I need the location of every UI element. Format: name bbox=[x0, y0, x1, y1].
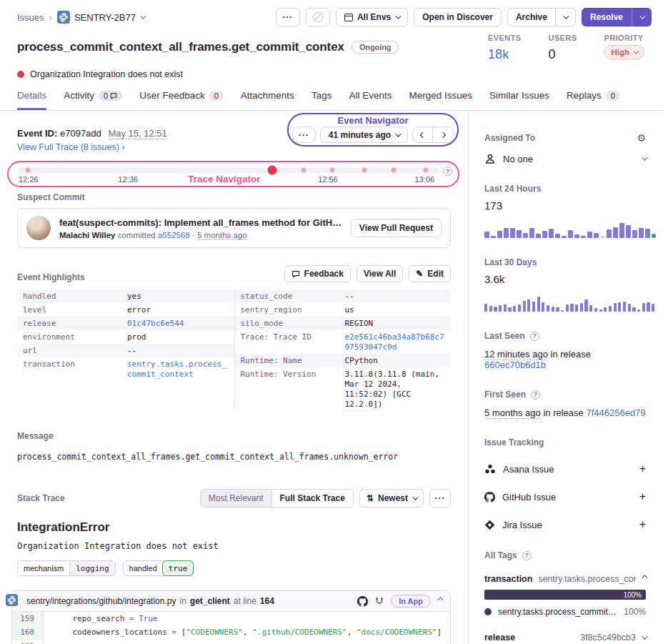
github-icon[interactable] bbox=[357, 596, 368, 607]
first-seen-release-link[interactable]: 7f446256ed79 bbox=[586, 407, 645, 418]
chart-bar bbox=[552, 307, 554, 312]
commit-sha-link[interactable]: a552568 bbox=[158, 231, 190, 239]
chart-bar bbox=[568, 230, 573, 238]
tab-activity[interactable]: Activity0 bbox=[64, 90, 122, 110]
help-icon[interactable]: ? bbox=[531, 390, 540, 400]
chart-bar bbox=[527, 299, 530, 312]
current-event-marker[interactable] bbox=[268, 166, 277, 175]
event-pager bbox=[412, 127, 454, 143]
assignee-dropdown[interactable]: No one bbox=[484, 153, 646, 164]
gear-icon[interactable]: ⚙ bbox=[637, 132, 646, 144]
sidebar: Assigned To ⚙ No one Last 24 Hours 173 L… bbox=[468, 111, 663, 644]
chart-bar bbox=[542, 302, 544, 312]
event-header: Event ID: e7097add May 15, 12:51 View Fu… bbox=[17, 128, 451, 152]
code-line[interactable]: 160 codeowners_locations = ["CODEOWNERS"… bbox=[12, 625, 450, 639]
stat-value: 0 bbox=[549, 47, 577, 62]
add-issue-button[interactable]: + bbox=[639, 490, 646, 503]
stat-value[interactable]: 18k bbox=[488, 47, 521, 62]
feedback-button[interactable]: Feedback bbox=[284, 265, 351, 282]
tab-user-feedback[interactable]: User Feedback0 bbox=[139, 90, 224, 110]
mute-button[interactable] bbox=[306, 8, 330, 26]
help-icon[interactable]: ? bbox=[530, 332, 539, 341]
issue-short-id[interactable]: SENTRY-2B77 bbox=[57, 11, 144, 24]
help-icon[interactable]: ? bbox=[443, 167, 452, 176]
tab-all-events[interactable]: All Events bbox=[349, 90, 392, 110]
tab-details[interactable]: Details bbox=[17, 90, 46, 110]
highlight-value[interactable]: 01c47bc6e544 bbox=[121, 317, 234, 330]
last-30d-heading: Last 30 Days bbox=[484, 257, 646, 267]
view-pull-request-button[interactable]: View Pull Request bbox=[351, 219, 442, 237]
toggle-full-stack-trace[interactable]: Full Stack Trace bbox=[271, 490, 353, 507]
resolve-dropdown-button[interactable] bbox=[632, 8, 652, 26]
last-24h-chart[interactable] bbox=[484, 218, 646, 238]
chart-bar bbox=[626, 225, 631, 238]
highlight-value[interactable]: sentry.tasks.process_commit_context bbox=[121, 357, 234, 381]
breadcrumb-issues-link[interactable]: Issues bbox=[17, 12, 44, 23]
trace-navigator-annotation: 12:2612:3612:5613:06 ? Trace Navigator bbox=[7, 161, 459, 187]
open-in-github-icon[interactable] bbox=[374, 596, 384, 606]
more-actions-button[interactable]: ··· bbox=[276, 8, 300, 26]
trace-event-marker[interactable] bbox=[423, 168, 428, 173]
tag-header[interactable]: release3f8c5c49bcb3 bbox=[484, 633, 646, 643]
chevron-left-icon bbox=[419, 132, 425, 137]
chart-bar bbox=[607, 229, 612, 238]
stack-frame-header[interactable]: sentry/integrations/github/integration.p… bbox=[12, 591, 450, 612]
trace-timeline[interactable] bbox=[19, 167, 439, 173]
tab-similar-issues[interactable]: Similar Issues bbox=[489, 90, 549, 110]
add-issue-button[interactable]: + bbox=[639, 518, 646, 531]
trace-event-marker[interactable] bbox=[330, 168, 335, 173]
chart-bar bbox=[647, 302, 649, 312]
highlight-row: silo_modeREGION bbox=[235, 317, 452, 330]
tag-distribution-bar[interactable]: 100% bbox=[484, 590, 646, 600]
issue-tracking-label[interactable]: Jira Issue bbox=[502, 520, 542, 530]
tag-header[interactable]: transactionsentry.tasks.process_com… bbox=[484, 574, 646, 584]
view-all-button[interactable]: View All bbox=[357, 265, 403, 282]
issue-tracking-label[interactable]: GitHub Issue bbox=[502, 492, 556, 502]
highlight-value: 3.11.8(3.11.8 (main, Mar 12 2024, 11:52:… bbox=[339, 367, 452, 411]
tab-merged-issues[interactable]: Merged Issues bbox=[409, 90, 472, 110]
view-full-trace-link[interactable]: View Full Trace (8 issues) bbox=[17, 142, 119, 152]
code-line[interactable]: 159 repo_search = True bbox=[12, 612, 450, 625]
help-icon[interactable]: ? bbox=[522, 551, 532, 560]
resolve-button[interactable]: Resolve bbox=[582, 8, 632, 26]
open-in-discover-button[interactable]: Open in Discover bbox=[414, 8, 502, 26]
highlight-row: Trace: Trace IDe2e561c46ba34a87b68c70759… bbox=[235, 330, 452, 354]
issue-tracking-label[interactable]: Asana Issue bbox=[503, 464, 554, 475]
chevron-down-icon bbox=[642, 154, 647, 160]
trace-event-marker[interactable] bbox=[362, 168, 367, 173]
previous-event-button[interactable] bbox=[412, 127, 433, 143]
add-issue-button[interactable]: + bbox=[639, 462, 646, 475]
priority-badge[interactable]: High bbox=[604, 45, 644, 59]
frame-file-path: sentry/integrations/github/integration.p… bbox=[26, 596, 176, 606]
code-line[interactable]: 161 bbox=[12, 640, 450, 644]
legend-dot bbox=[484, 608, 492, 615]
all-envs-dropdown[interactable]: All Envs bbox=[336, 8, 408, 26]
event-more-button[interactable]: ··· bbox=[292, 127, 316, 143]
suspect-commit-heading: Suspect Commit bbox=[17, 192, 451, 202]
last-30d-chart[interactable] bbox=[484, 292, 646, 312]
main-column: Event ID: e7097add May 15, 12:51 View Fu… bbox=[0, 111, 468, 644]
toggle-most-relevant[interactable]: Most Relevant bbox=[201, 490, 271, 507]
chevron-up-icon[interactable] bbox=[437, 597, 443, 603]
edit-button[interactable]: ✎ Edit bbox=[409, 265, 451, 282]
tab-replays[interactable]: Replays0 bbox=[567, 90, 620, 110]
event-id-value: e7097add bbox=[60, 128, 101, 139]
stack-trace-more-button[interactable]: ··· bbox=[429, 489, 451, 507]
tab-attachments[interactable]: Attachments bbox=[241, 90, 294, 110]
archive-button[interactable]: Archive bbox=[507, 8, 556, 26]
timeline-tick-label: 12:56 bbox=[318, 175, 338, 184]
highlight-value[interactable]: e2e561c46ba34a87b68c707593047c0d bbox=[339, 330, 452, 354]
archive-dropdown-button[interactable] bbox=[556, 8, 576, 26]
trace-event-marker[interactable] bbox=[392, 168, 397, 173]
next-event-button[interactable] bbox=[433, 127, 454, 143]
error-level-icon bbox=[17, 71, 24, 78]
sort-dropdown[interactable]: ⇅ Newest bbox=[359, 489, 424, 507]
trace-event-marker[interactable] bbox=[301, 168, 306, 173]
event-age-dropdown[interactable]: 41 minutes ago bbox=[320, 127, 408, 143]
highlight-value: -- bbox=[339, 289, 452, 303]
tab-tags[interactable]: Tags bbox=[311, 90, 332, 110]
last-seen-release-link[interactable]: 660ec70b6d1b bbox=[484, 360, 546, 370]
highlight-row: Runtime: Version3.11.8(3.11.8 (main, Mar… bbox=[235, 367, 452, 411]
chart-bar bbox=[556, 307, 559, 312]
trace-event-marker[interactable] bbox=[25, 168, 30, 173]
